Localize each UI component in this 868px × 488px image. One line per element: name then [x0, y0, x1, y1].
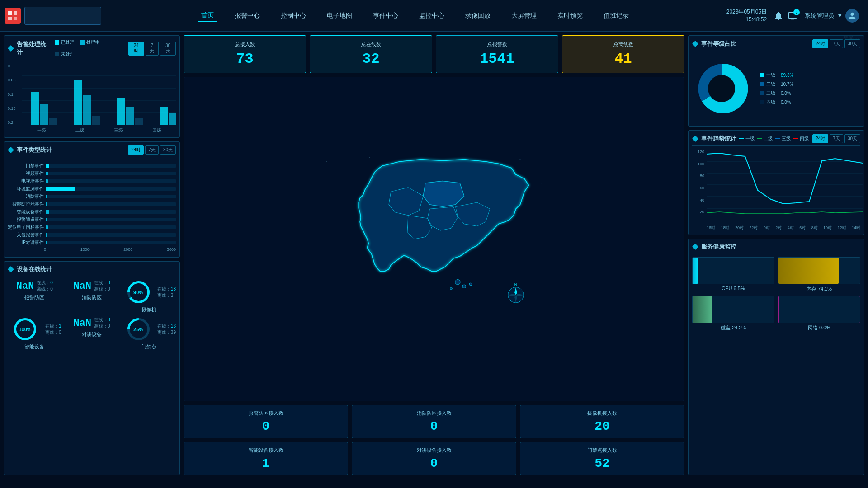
user-area[interactable]: 系统管理员 ▼ — [805, 9, 859, 23]
event-trend-period: 一级 二级 三级 四级 — [739, 134, 860, 143]
alarm-period-24h[interactable]: 24时 — [128, 42, 144, 56]
event-type-card: 事件类型统计 24时 7天 30天 门禁事件 视频事件 — [4, 141, 180, 258]
user-avatar — [845, 9, 859, 23]
device-item-4: NaN 在线：0 离线：0 对讲设备 — [65, 317, 119, 350]
svg-point-27 — [326, 161, 327, 162]
event-level-icon — [692, 41, 698, 47]
right-panel: 事件等级占比 24时 7天 30天 — [688, 35, 864, 475]
nav-map[interactable]: 电子地图 — [323, 10, 356, 22]
event-level-24h[interactable]: 24时 — [812, 39, 828, 48]
stat-card-0: 总接入数 73 — [184, 35, 306, 73]
gauge-smart: 100% — [13, 317, 38, 342]
sub-stat-1: 消防防区接入数 0 — [352, 405, 516, 438]
alarm-period-30d[interactable]: 30天 — [160, 42, 176, 56]
trend-period-7d[interactable]: 7天 — [830, 134, 843, 143]
logo-icon — [5, 8, 21, 24]
event-level-7d[interactable]: 7天 — [830, 39, 843, 48]
trend-svg — [707, 150, 863, 221]
logo-area — [5, 7, 104, 25]
bar-fill-2 — [46, 179, 48, 183]
event-level-period-buttons: 24时 7天 30天 — [812, 39, 860, 48]
event-level-period: 24时 7天 30天 — [812, 39, 860, 48]
service-health-title: 服务健康监控 — [701, 243, 736, 251]
center-panel: 总接入数 73 总在线数 32 总报警数 1541 总离线数 41 — [184, 35, 684, 475]
nav-monitor[interactable]: 监控中心 — [415, 10, 448, 22]
svg-rect-3 — [14, 17, 17, 20]
event-type-period-30d[interactable]: 30天 — [160, 145, 176, 155]
nav-alarm[interactable]: 报警中心 — [231, 10, 264, 22]
trend-legend-0: 一级 — [739, 136, 755, 142]
header-icons: 6 — [774, 11, 798, 21]
bar-fill-4 — [46, 195, 47, 198]
legend-processed: 已处理 — [55, 39, 75, 46]
legend-dot-processed — [55, 40, 59, 45]
dropdown-icon: ▼ — [837, 12, 843, 19]
pie-legend-0: 一级 89.3% — [760, 72, 793, 78]
service-health-card: 服务健康监控 CPU 6.5% 内存 74.1% — [688, 239, 864, 475]
sub-stat-cards: 报警防区接入数 0 消防防区接入数 0 摄像机接入数 20 智能设备接入数 1 … — [184, 405, 684, 475]
nav-playback[interactable]: 录像回放 — [462, 10, 494, 22]
map-island-4 — [450, 287, 453, 290]
event-type-period-buttons: 24时 7天 30天 — [128, 145, 176, 155]
event-type-row-2: 电视墙事件 — [8, 178, 176, 184]
event-type-row-8: 定位电子围栏事件 — [8, 224, 176, 230]
trend-period-30d[interactable]: 30天 — [844, 134, 860, 143]
map-island-1 — [455, 280, 460, 285]
svg-rect-9 — [31, 92, 39, 125]
event-level-card: 事件等级占比 24时 7天 30天 — [688, 35, 864, 127]
svg-rect-0 — [8, 11, 12, 15]
monitor-icon-wrapper[interactable]: 6 — [788, 11, 798, 21]
svg-rect-1 — [14, 11, 17, 15]
bar-fill-1 — [46, 172, 48, 175]
left-panel: 告警处理统计 已处理 处理中 未处理 — [4, 35, 180, 475]
service-health-icon — [692, 244, 698, 250]
trend-period-buttons: 24时 7天 30天 — [812, 134, 860, 143]
pie-legend: 一级 89.3% 二级 10.7% 三级 0.0% — [760, 72, 793, 105]
bell-icon — [774, 11, 783, 21]
event-level-title: 事件等级占比 — [701, 40, 736, 48]
header: 首页 报警中心 控制中心 电子地图 事件中心 监控中心 录像回放 大屏管理 实时… — [0, 0, 868, 32]
svg-point-31 — [541, 183, 542, 183]
alarm-stats-header: 告警处理统计 已处理 处理中 未处理 — [8, 39, 176, 60]
nav-duty[interactable]: 值班记录 — [600, 10, 632, 22]
svg-rect-2 — [8, 17, 12, 20]
nav-bigscreen[interactable]: 大屏管理 — [508, 10, 540, 22]
event-type-row-0: 门禁事件 — [8, 163, 176, 169]
sub-stat-0: 报警防区接入数 0 — [184, 405, 348, 438]
alarm-stats-card: 告警处理统计 已处理 处理中 未处理 — [4, 35, 180, 138]
event-trend-card: 事件趋势统计 一级 二级 三级 — [688, 130, 864, 235]
trend-period-24h[interactable]: 24时 — [812, 134, 828, 143]
svg-rect-13 — [83, 95, 91, 125]
event-level-30d[interactable]: 30天 — [844, 39, 860, 48]
nav-event[interactable]: 事件中心 — [369, 10, 402, 22]
event-type-title: 事件类型统计 — [17, 146, 52, 154]
bar-fill-5 — [46, 202, 47, 206]
svg-point-29 — [434, 155, 435, 156]
svg-rect-19 — [169, 113, 176, 125]
sub-stat-4: 对讲设备接入数 0 — [352, 442, 516, 475]
svg-rect-15 — [117, 98, 125, 125]
device-item-1: NaN 在线：0 离线：0 消防防区 — [65, 280, 119, 313]
trend-legend-1: 二级 — [757, 136, 773, 142]
svg-text:N: N — [514, 282, 517, 287]
pie-legend-1: 二级 10.7% — [760, 81, 793, 87]
svg-rect-14 — [92, 116, 100, 125]
top-stat-cards: 总接入数 73 总在线数 32 总报警数 1541 总离线数 41 — [184, 35, 684, 73]
nav-control[interactable]: 控制中心 — [277, 10, 310, 22]
event-type-period-7d[interactable]: 7天 — [145, 145, 159, 155]
disk-fill — [693, 296, 712, 323]
gauge-camera: 90% — [126, 280, 151, 305]
service-grid: CPU 6.5% 内存 74.1% 磁盘 24.2% — [692, 257, 860, 331]
event-type-period-24h[interactable]: 24时 — [128, 145, 144, 155]
service-disk: 磁盘 24.2% — [692, 296, 774, 331]
event-type-row-5: 智能防护舱事件 — [8, 201, 176, 207]
event-type-row-9: 入侵报警事件 — [8, 232, 176, 238]
alarm-period-7d[interactable]: 7天 — [146, 42, 159, 56]
nav-preview[interactable]: 实时预览 — [554, 10, 586, 22]
trend-legend-2: 三级 — [775, 136, 791, 142]
main-content: 告警处理统计 已处理 处理中 未处理 — [0, 32, 868, 479]
nav-home[interactable]: 首页 — [198, 9, 217, 22]
bell-icon-wrapper[interactable] — [774, 11, 783, 21]
alarm-bar-chart: 0.2 0.15 0.1 0.05 0 — [8, 64, 176, 134]
alarm-chart-svg — [22, 64, 176, 125]
